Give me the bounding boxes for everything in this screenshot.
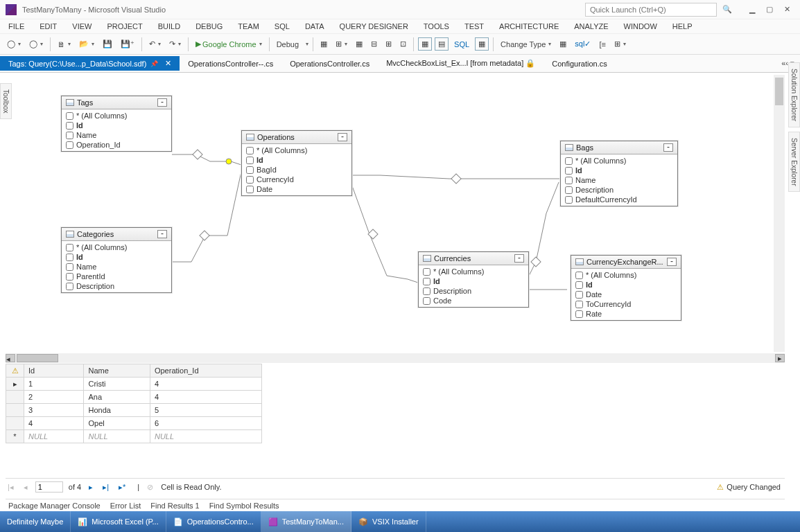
cell[interactable]: 5 bbox=[150, 404, 261, 417]
col-check[interactable] bbox=[575, 291, 583, 299]
menu-team[interactable]: TEAM bbox=[238, 22, 259, 30]
server-explorer-tab[interactable]: Server Explorer bbox=[788, 132, 800, 192]
table-collapse-button[interactable]: - bbox=[338, 133, 347, 141]
criteria-pane-button[interactable]: ▤ bbox=[435, 37, 449, 51]
nav-last-button[interactable]: ▸| bbox=[101, 483, 111, 492]
nav-fwd-button[interactable]: ◯▾ bbox=[26, 38, 46, 50]
results-pane-button[interactable]: ▦ bbox=[475, 37, 489, 51]
menu-sql[interactable]: SQL bbox=[275, 22, 290, 30]
change-type-button[interactable]: Change Type▾ bbox=[498, 39, 554, 50]
menu-architecture[interactable]: ARCHITECTURE bbox=[499, 22, 559, 30]
col-check[interactable] bbox=[423, 278, 431, 285]
redo-button[interactable]: ↷▾ bbox=[166, 38, 184, 50]
cell[interactable]: 6 bbox=[150, 417, 261, 430]
nav-back-button[interactable]: ◯▾ bbox=[4, 38, 24, 50]
menu-test[interactable]: TEST bbox=[464, 22, 484, 30]
nav-next-button[interactable]: ▸ bbox=[87, 483, 95, 492]
col-check[interactable] bbox=[66, 141, 73, 149]
minimize-button[interactable]: ▁ bbox=[745, 5, 760, 14]
grid-header-name[interactable]: Name bbox=[84, 364, 150, 378]
cell[interactable]: Honda bbox=[84, 404, 150, 417]
table-row[interactable]: 2Ana4 bbox=[6, 391, 262, 404]
table-categories[interactable]: Categories- * (All Columns) Id Name Pare… bbox=[61, 227, 172, 293]
cell[interactable]: 3 bbox=[24, 404, 84, 417]
col-check[interactable] bbox=[565, 157, 573, 165]
row-selector[interactable] bbox=[6, 417, 24, 430]
close-button[interactable]: ✕ bbox=[779, 5, 794, 14]
col-check[interactable] bbox=[575, 301, 583, 308]
col-check[interactable] bbox=[66, 273, 73, 281]
menu-edit[interactable]: EDIT bbox=[40, 22, 57, 30]
col-check[interactable] bbox=[575, 310, 583, 318]
tb-icon-1[interactable]: ▦ bbox=[318, 38, 330, 50]
open-button[interactable]: 📂▾ bbox=[76, 38, 97, 50]
menu-build[interactable]: BUILD bbox=[158, 22, 180, 30]
grid-header-opid[interactable]: Operation_Id bbox=[150, 364, 261, 378]
scroll-thumb[interactable] bbox=[17, 354, 58, 362]
row-selector[interactable]: * bbox=[6, 430, 24, 443]
results-grid[interactable]: ⚠ Id Name Operation_Id ▸1Cristi4 2Ana4 3… bbox=[6, 364, 785, 443]
save-button[interactable]: 💾 bbox=[100, 38, 115, 50]
add-table-button[interactable]: ⊞▾ bbox=[611, 38, 629, 50]
tb-icon-7[interactable]: ▦ bbox=[557, 38, 569, 50]
horizontal-scrollbar[interactable]: ◂ ▸ bbox=[6, 353, 785, 363]
quick-launch-input[interactable] bbox=[585, 3, 717, 17]
table-row[interactable]: 3Honda5 bbox=[6, 404, 262, 417]
tb-icon-3[interactable]: ▦ bbox=[353, 38, 365, 50]
restore-button[interactable]: ▢ bbox=[762, 5, 777, 14]
query-designer-surface[interactable]: Tags- * (All Columns) Id Name Operation_… bbox=[19, 75, 785, 352]
col-check[interactable] bbox=[423, 268, 431, 276]
tb-icon-4[interactable]: ⊟ bbox=[368, 38, 380, 50]
tab-package-manager[interactable]: Package Manager Console bbox=[8, 502, 101, 510]
col-check[interactable] bbox=[575, 281, 583, 289]
taskbar-item-active[interactable]: 🟪 TestManyToMan... bbox=[261, 511, 351, 532]
taskbar-item[interactable]: 📊 Microsoft Excel (P... bbox=[71, 511, 166, 532]
tb-icon-5[interactable]: ⊞ bbox=[383, 38, 394, 50]
col-check[interactable] bbox=[246, 147, 254, 154]
solution-explorer-tab[interactable]: Solution Explorer bbox=[788, 62, 800, 127]
diagram-pane-button[interactable]: ▦ bbox=[418, 37, 432, 51]
col-check[interactable] bbox=[246, 166, 254, 174]
table-row[interactable]: 4Opel6 bbox=[6, 417, 262, 430]
table-bags[interactable]: Bags- * (All Columns) Id Name Descriptio… bbox=[560, 141, 678, 206]
nav-position-input[interactable] bbox=[35, 481, 63, 493]
cell-null[interactable]: NULL bbox=[84, 430, 150, 443]
menu-data[interactable]: DATA bbox=[305, 22, 324, 30]
cell[interactable]: Cristi bbox=[84, 378, 150, 391]
table-collapse-button[interactable]: - bbox=[157, 230, 167, 238]
col-check[interactable] bbox=[423, 297, 431, 305]
scroll-right-button[interactable]: ▸ bbox=[775, 354, 785, 362]
col-check[interactable] bbox=[66, 263, 73, 271]
row-selector[interactable]: ▸ bbox=[6, 378, 24, 391]
nav-first-button[interactable]: |◂ bbox=[6, 483, 16, 492]
tab-configuration[interactable]: Configuration.cs bbox=[544, 57, 616, 71]
verify-sql-button[interactable]: sql✓ bbox=[572, 38, 593, 50]
cell[interactable]: 4 bbox=[24, 417, 84, 430]
col-check[interactable] bbox=[66, 244, 73, 251]
row-selector[interactable] bbox=[6, 391, 24, 404]
config-dropdown-arrow[interactable]: ▾ bbox=[306, 41, 308, 47]
nav-prev-button[interactable]: ◂ bbox=[21, 483, 30, 492]
new-project-button[interactable]: 🗎▾ bbox=[55, 39, 73, 50]
tab-mvccheckboxlist[interactable]: MvcCheckBoxList_Ex...l [from metadata] 🔒 bbox=[378, 56, 544, 71]
cell[interactable]: 4 bbox=[150, 378, 261, 391]
menu-project[interactable]: PROJECT bbox=[107, 22, 142, 30]
tb-icon-8[interactable]: [≡ bbox=[596, 39, 608, 50]
col-check[interactable] bbox=[423, 287, 431, 295]
table-collapse-button[interactable]: - bbox=[667, 258, 677, 266]
table-collapse-button[interactable]: - bbox=[663, 143, 673, 152]
tab-find-results[interactable]: Find Results 1 bbox=[150, 502, 199, 510]
table-tags[interactable]: Tags- * (All Columns) Id Name Operation_… bbox=[61, 96, 172, 152]
tab-find-symbol[interactable]: Find Symbol Results bbox=[209, 502, 279, 510]
col-check[interactable] bbox=[66, 122, 73, 130]
pin-icon[interactable]: 📌 bbox=[150, 60, 158, 67]
cell-null[interactable]: NULL bbox=[150, 430, 261, 443]
scroll-left-button[interactable]: ◂ bbox=[6, 354, 15, 362]
table-currencies[interactable]: Currencies- * (All Columns) Id Descripti… bbox=[418, 251, 529, 308]
cell[interactable]: Opel bbox=[84, 417, 150, 430]
col-check[interactable] bbox=[246, 176, 254, 184]
start-button[interactable]: ▶ Google Chrome▾ bbox=[193, 38, 265, 50]
table-collapse-button[interactable]: - bbox=[157, 98, 167, 107]
col-check[interactable] bbox=[565, 177, 573, 184]
cell[interactable]: 2 bbox=[24, 391, 84, 404]
